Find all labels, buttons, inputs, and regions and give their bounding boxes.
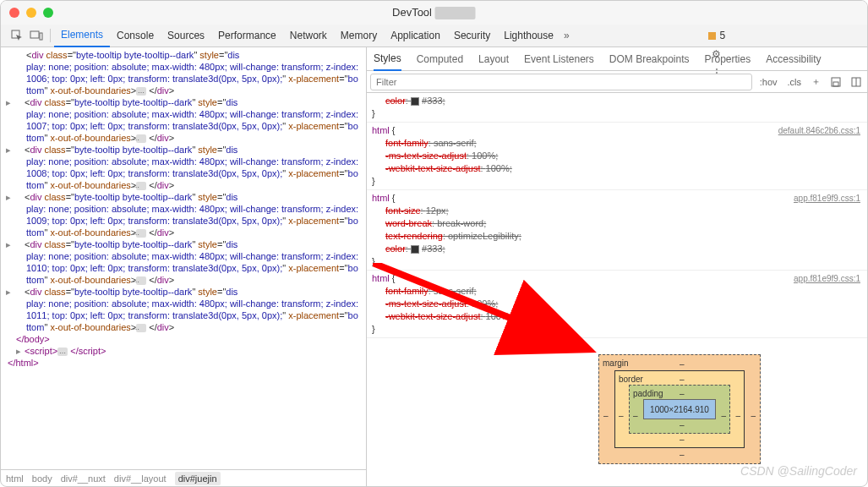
subtab-accessibility[interactable]: Accessibility [766, 47, 821, 71]
content: <div class="byte-tooltip byte-tooltip--d… [1, 47, 867, 486]
tab-application[interactable]: Application [384, 25, 447, 47]
more-tabs-icon[interactable]: » [564, 30, 570, 41]
crumb[interactable]: div#__nuxt [61, 473, 106, 484]
subtab-layout[interactable]: Layout [478, 47, 509, 71]
styles-list[interactable]: color: #333;}default.846c2b6.css:1html {… [367, 93, 867, 486]
issues-count[interactable]: 5 [707, 30, 725, 41]
tab-lighthouse[interactable]: Lighthouse [497, 25, 560, 47]
titlebar: DevTool [1, 1, 867, 25]
elements-panel: <div class="byte-tooltip byte-tooltip--d… [1, 47, 367, 486]
close-icon[interactable] [9, 8, 19, 18]
svg-rect-5 [833, 82, 838, 86]
filter-bar: :hov .cls ＋ [367, 71, 867, 93]
print-icon[interactable] [828, 77, 843, 87]
hov-toggle[interactable]: :hov [757, 77, 780, 87]
filter-input[interactable] [370, 74, 752, 90]
svg-rect-2 [40, 33, 42, 40]
watermark: CSDN @SailingCoder [740, 464, 857, 478]
css-rule[interactable]: color: #333;} [367, 93, 867, 123]
minimize-icon[interactable] [26, 8, 36, 18]
subtab-computed[interactable]: Computed [417, 47, 463, 71]
crumb[interactable]: div#__layout [114, 473, 167, 484]
computed-panel-icon[interactable] [849, 77, 864, 87]
tab-elements[interactable]: Elements [54, 25, 110, 47]
subtab-properties[interactable]: Properties [705, 47, 751, 71]
maximize-icon[interactable] [43, 8, 53, 18]
traffic-lights [9, 8, 53, 18]
styles-subtabs: Styles Computed Layout Event Listeners D… [367, 47, 867, 71]
new-rule-icon[interactable]: ＋ [809, 75, 823, 88]
breadcrumb: html body div#__nuxt div#__layout div#ju… [1, 469, 366, 486]
cls-toggle[interactable]: .cls [785, 77, 805, 87]
css-rule[interactable]: app.f81e9f9.css:1html {font-family: sans… [367, 271, 867, 338]
tab-sources[interactable]: Sources [161, 25, 211, 47]
device-icon[interactable] [30, 30, 43, 41]
window-title: DevTool [392, 6, 476, 19]
crumb[interactable]: html [6, 473, 24, 484]
svg-rect-1 [30, 31, 39, 38]
devtools-window: DevTool Elements Console Sources Perform… [0, 0, 868, 487]
inspect-icon[interactable] [11, 30, 23, 41]
tab-console[interactable]: Console [110, 25, 161, 47]
tab-security[interactable]: Security [447, 25, 497, 47]
css-rule[interactable]: app.f81e9f9.css:1html {font-size: 12px;w… [367, 190, 867, 271]
main-tabs: Elements Console Sources Performance Net… [1, 25, 867, 47]
subtab-events[interactable]: Event Listeners [524, 47, 594, 71]
tab-network[interactable]: Network [283, 25, 334, 47]
source-link[interactable]: app.f81e9f9.css:1 [794, 272, 860, 285]
css-rule[interactable]: default.846c2b6.css:1html {font-family: … [367, 123, 867, 190]
styles-panel: Styles Computed Layout Event Listeners D… [367, 47, 867, 486]
subtab-dombreak[interactable]: DOM Breakpoints [609, 47, 690, 71]
svg-rect-3 [708, 32, 716, 40]
dom-tree[interactable]: <div class="byte-tooltip byte-tooltip--d… [1, 47, 366, 469]
crumb[interactable]: div#juejin [175, 472, 221, 485]
subtab-styles[interactable]: Styles [374, 47, 401, 71]
tab-memory[interactable]: Memory [334, 25, 384, 47]
crumb[interactable]: body [32, 473, 52, 484]
source-link[interactable]: default.846c2b6.css:1 [778, 124, 860, 137]
source-link[interactable]: app.f81e9f9.css:1 [794, 192, 860, 205]
tab-performance[interactable]: Performance [211, 25, 283, 47]
box-model[interactable]: margin––––border––––padding––––1000×2164… [598, 354, 761, 464]
